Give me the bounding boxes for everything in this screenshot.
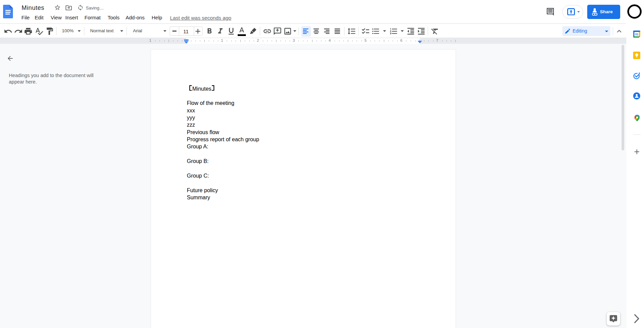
svg-text:31: 31 bbox=[635, 33, 638, 36]
